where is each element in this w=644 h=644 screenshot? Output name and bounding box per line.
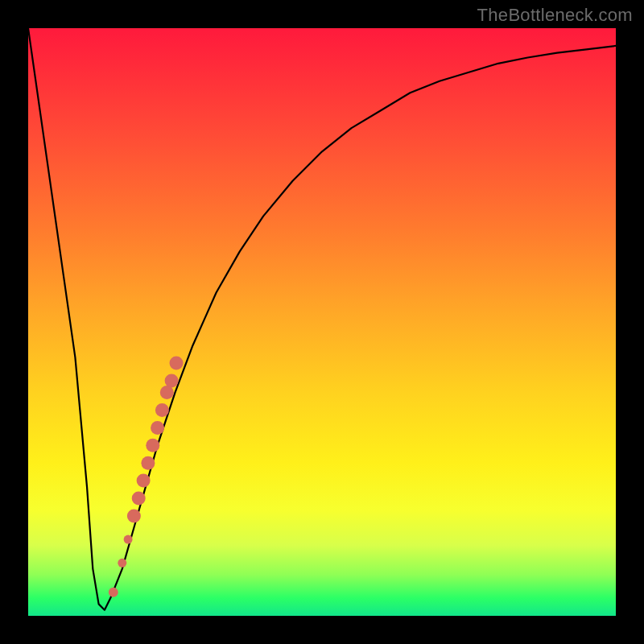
highlight-dot [132, 492, 146, 506]
highlight-dot [146, 439, 159, 452]
highlight-dot [165, 374, 179, 388]
curve-overlay [28, 28, 616, 616]
watermark-text: TheBottleneck.com [477, 5, 633, 26]
highlight-dot [160, 386, 174, 399]
highlight-dot [118, 559, 126, 568]
highlight-dot [109, 588, 118, 597]
highlight-dot [124, 535, 133, 544]
highlight-dot [137, 474, 151, 488]
highlight-dot [170, 357, 184, 370]
highlight-dot [151, 421, 164, 435]
highlight-dot [141, 456, 155, 470]
bottleneck-curve [28, 28, 616, 610]
highlight-dot [155, 403, 169, 417]
chart-frame: TheBottleneck.com [0, 0, 644, 644]
plot-area [28, 28, 616, 616]
highlight-dots [109, 357, 184, 597]
highlight-dot [127, 509, 141, 522]
